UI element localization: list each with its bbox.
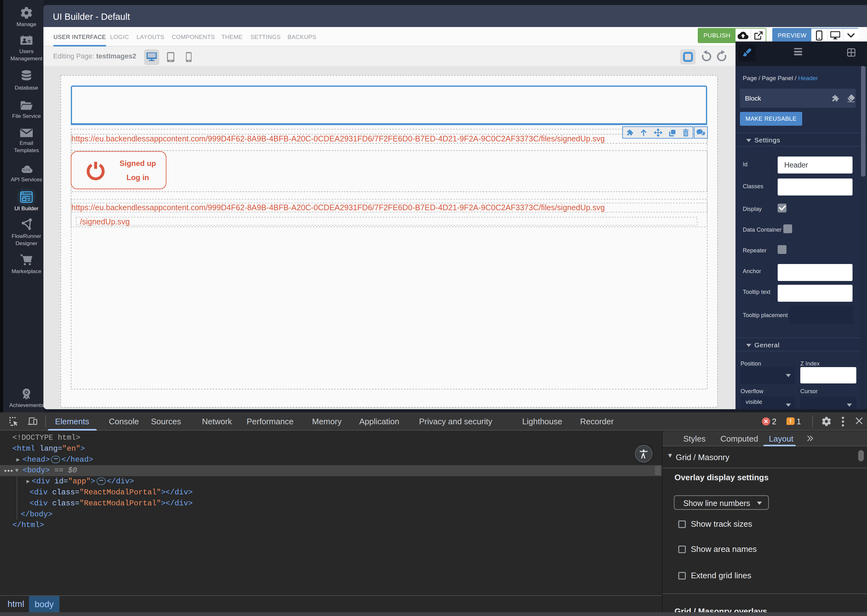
svg-text:</>: </> [23, 168, 30, 173]
